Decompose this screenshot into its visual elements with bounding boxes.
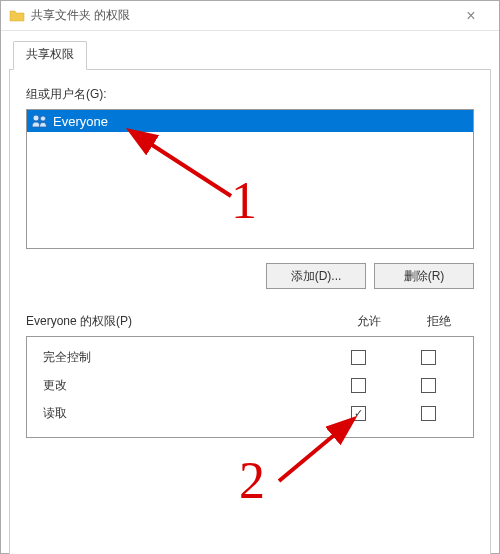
remove-button[interactable]: 删除(R) [374,263,474,289]
permissions-for-label: Everyone 的权限(P) [26,313,334,330]
tab-share-permissions[interactable]: 共享权限 [13,41,87,70]
checkbox-deny-full-control[interactable] [421,350,436,365]
column-allow-label: 允许 [334,313,404,330]
permissions-box: 完全控制 更改 读取 [26,336,474,438]
tab-page: 组或用户名(G): Everyone 添加(D)... [9,69,491,554]
tab-strip: 共享权限 [13,41,491,70]
groups-listbox[interactable]: Everyone [26,109,474,249]
users-icon [31,114,49,128]
list-item[interactable]: Everyone [27,110,473,132]
checkbox-deny-read[interactable] [421,406,436,421]
add-button[interactable]: 添加(D)... [266,263,366,289]
perm-name: 完全控制 [37,349,323,366]
checkbox-allow-read[interactable] [351,406,366,421]
button-row: 添加(D)... 删除(R) [26,263,474,289]
perm-row-full-control: 完全控制 [27,343,473,371]
permissions-header: Everyone 的权限(P) 允许 拒绝 [26,313,474,330]
perm-name: 读取 [37,405,323,422]
list-item-label: Everyone [53,114,108,129]
svg-point-1 [40,116,45,121]
checkbox-deny-change[interactable] [421,378,436,393]
window-title: 共享文件夹 的权限 [31,7,451,24]
titlebar: 共享文件夹 的权限 × [1,1,499,31]
perm-name: 更改 [37,377,323,394]
groups-label: 组或用户名(G): [26,86,474,103]
perm-row-change: 更改 [27,371,473,399]
window: 共享文件夹 的权限 × 共享权限 组或用户名(G): [0,0,500,554]
checkbox-allow-full-control[interactable] [351,350,366,365]
folder-icon [9,8,25,24]
column-deny-label: 拒绝 [404,313,474,330]
client-area: 共享权限 组或用户名(G): Everyone [1,31,499,554]
close-button[interactable]: × [451,1,491,31]
perm-row-read: 读取 [27,399,473,427]
svg-point-0 [33,115,39,121]
checkbox-allow-change[interactable] [351,378,366,393]
